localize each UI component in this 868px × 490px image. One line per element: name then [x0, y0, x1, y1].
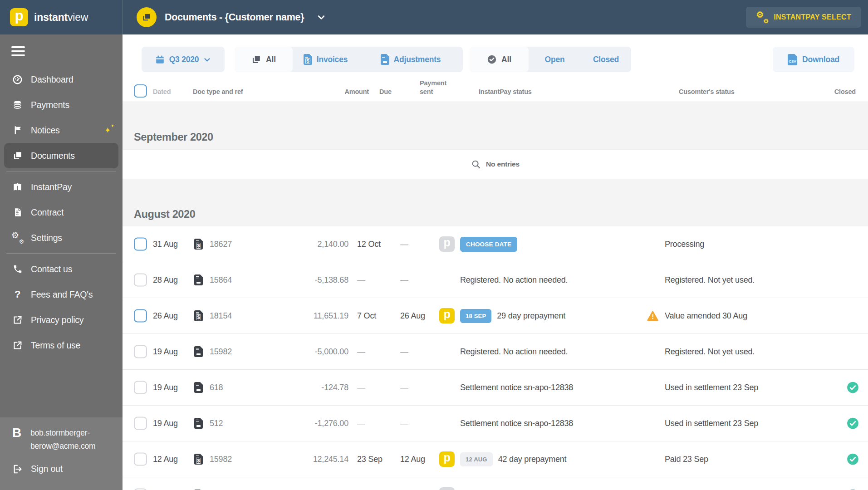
sidebar-item-contract[interactable]: Contract — [0, 200, 123, 225]
adjustment-doc-icon — [194, 274, 203, 285]
row-customer-status: Registered. Not yet used. — [665, 275, 755, 285]
status-filter-group: AllOpenClosed — [470, 47, 631, 72]
gauge-icon — [11, 74, 24, 85]
row-doc-icon: $ — [194, 310, 203, 321]
documents-circle-icon — [137, 7, 157, 27]
row-dated: 12 Aug — [153, 455, 178, 464]
csv-file-icon: CSV — [788, 54, 797, 65]
column-due: Due — [379, 88, 392, 95]
document-list: September 2020No entriesAugust 202031 Au… — [123, 102, 868, 490]
table-row: 5 Aug$159815,433.9810 Sep10 SeppPaid 24 … — [123, 477, 868, 490]
row-instantpay-status: Settlement notice sn-apo-12838 — [439, 383, 573, 392]
check-circle-icon — [487, 54, 497, 64]
customer-selector-chevron-down-icon[interactable] — [317, 13, 326, 22]
row-due: — — [357, 419, 365, 428]
adjustment-doc-icon — [194, 418, 203, 429]
sidebar-item-instantpay[interactable]: InstantPay — [0, 174, 123, 200]
table-row: 19 Aug15982-5,000.00——Registered. No act… — [123, 334, 868, 370]
status-filter-closed[interactable]: Closed — [581, 47, 631, 72]
documents-icon — [11, 151, 24, 161]
row-ref: 18154 — [210, 311, 232, 321]
sidebar-item-label: InstantPay — [31, 182, 72, 192]
instantpay-logo-icon: p — [439, 236, 455, 252]
choose-date-button[interactable]: CHOOSE DATE — [460, 237, 517, 252]
column-doc-type-ref: Doc type and ref — [193, 88, 243, 95]
select-all-checkbox[interactable] — [134, 84, 147, 98]
row-amount: 2,140.00 — [272, 240, 348, 249]
row-checkbox[interactable] — [134, 345, 147, 358]
row-checkbox[interactable] — [134, 489, 147, 490]
sidebar-item-settings[interactable]: ⚙⚙Settings — [0, 225, 123, 250]
period-filter[interactable]: Q3 2020 — [142, 47, 225, 72]
table-header: Dated Doc type and ref Amount Due Paymen… — [123, 77, 868, 102]
column-payment-sent: Payment sent — [420, 79, 455, 96]
row-doc-icon — [194, 382, 203, 393]
invoice-doc-icon: $ — [194, 310, 203, 321]
sidebar-item-dashboard[interactable]: Dashboard — [0, 67, 123, 92]
row-ref: 618 — [210, 383, 223, 392]
instantpay-status-text: 42 day prepayment — [498, 455, 567, 464]
row-amount: -124.78 — [272, 383, 348, 392]
section-heading: September 2020 — [123, 102, 868, 149]
menu-icon[interactable] — [11, 46, 25, 58]
sign-out-icon — [11, 464, 24, 474]
row-customer-status: Processing — [665, 240, 704, 249]
sidebar-item-privacy-policy[interactable]: Privacy policy — [0, 307, 123, 333]
sidebar-item-label: Dashboard — [31, 74, 74, 85]
doc-type-filter-adjustments[interactable]: Adjustments — [358, 47, 463, 72]
sidebar-item-label: Privacy policy — [31, 315, 83, 325]
row-payment-sent: — — [400, 240, 408, 249]
brand-p-icon: p — [10, 8, 28, 26]
sidebar-item-payments[interactable]: Payments — [0, 92, 123, 118]
status-filter-all[interactable]: All — [470, 47, 529, 72]
sidebar-item-contact-us[interactable]: Contact us — [0, 256, 123, 282]
row-checkbox[interactable] — [134, 381, 147, 394]
instantpay-status-text: Registered. No action needed. — [460, 275, 568, 285]
download-button[interactable]: CSV Download — [773, 47, 854, 72]
sidebar-item-documents[interactable]: Documents — [4, 143, 118, 168]
row-amount: 11,651.19 — [272, 311, 348, 321]
row-checkbox[interactable] — [134, 238, 147, 251]
column-customer-status: Cusomter's status — [679, 88, 735, 95]
sidebar-item-notices[interactable]: Notices✦✦ — [0, 118, 123, 143]
row-customer-status: Value amended 30 Aug — [665, 311, 747, 321]
documents-gray-icon — [251, 54, 261, 64]
instantpay-status-text: Settlement notice sn-apo-12838 — [460, 383, 573, 392]
instantpay-select-button[interactable]: ⚙⚙ INSTANTPAY SELECT — [746, 7, 861, 28]
filter-bar: Q3 2020 All$InvoicesAdjustments AllOpenC… — [123, 34, 868, 77]
table-row: 12 Aug$1598212,245.1423 Sep12 Augp12 AUG… — [123, 441, 868, 477]
sign-out-label: Sign out — [31, 464, 63, 474]
sidebar-item-terms-of-use[interactable]: Terms of use — [0, 333, 123, 358]
doc-type-filter-invoices[interactable]: $Invoices — [293, 47, 358, 72]
row-doc-icon — [194, 418, 203, 429]
row-instantpay-status: p — [439, 487, 455, 490]
status-filter-open[interactable]: Open — [529, 47, 581, 72]
row-ref: 15982 — [210, 347, 232, 357]
sidebar-item-fees-and-faq-s[interactable]: ?Fees and FAQ's — [0, 282, 123, 307]
sparkles-icon: ✦✦ — [104, 126, 111, 135]
row-checkbox[interactable] — [134, 453, 147, 466]
brand-name: instantview — [34, 11, 88, 24]
empty-row: No entries — [123, 149, 868, 179]
gears-icon: ⚙⚙ — [11, 232, 24, 243]
sidebar-item-label: Contact us — [31, 264, 72, 274]
sidebar-item-label: Settings — [31, 233, 62, 243]
row-payment-sent: — — [400, 275, 408, 285]
adjustment-doc-icon — [194, 346, 203, 357]
doc-type-filter-all[interactable]: All — [235, 47, 293, 72]
row-dated: 19 Aug — [153, 383, 178, 392]
sidebar-item-sign-out[interactable]: Sign out — [11, 464, 63, 474]
search-icon — [471, 159, 481, 169]
instantpay-logo-icon: p — [439, 308, 455, 323]
row-amount: 12,245.14 — [272, 455, 348, 464]
row-checkbox[interactable] — [134, 309, 147, 323]
brand-logo: p instantview — [0, 0, 123, 34]
closed-check-icon — [847, 382, 859, 394]
row-ref: 15864 — [210, 275, 232, 285]
row-customer-status: Used in settlement 23 Sep — [665, 419, 758, 428]
invoice-doc-icon: $ — [194, 239, 203, 250]
row-checkbox[interactable] — [134, 417, 147, 430]
sidebar-nav: DashboardPaymentsNotices✦✦DocumentsInsta… — [0, 34, 123, 490]
row-checkbox[interactable] — [134, 274, 147, 287]
row-dated: 26 Aug — [153, 311, 178, 321]
